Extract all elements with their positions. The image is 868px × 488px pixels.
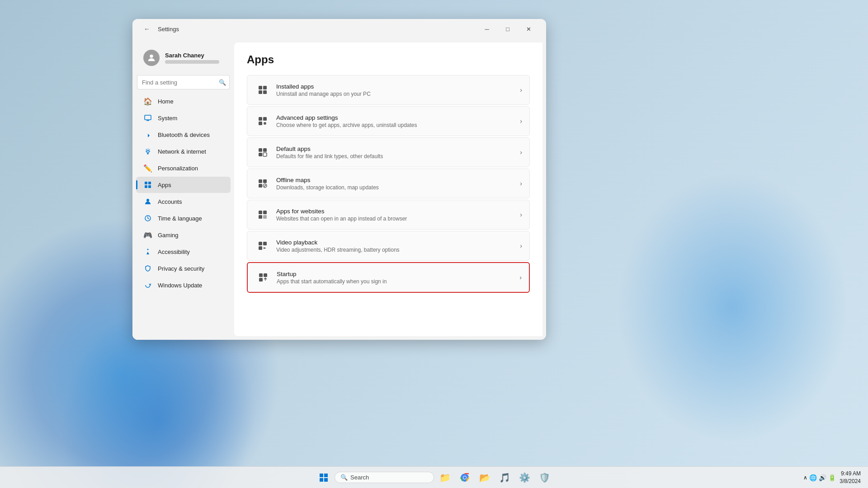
svg-rect-11 — [259, 86, 262, 89]
taskbar-right: ∧ 🌐 🔊 🔋 9:49 AM 3/8/2024 — [803, 470, 868, 485]
spotify-button[interactable]: 🎵 — [495, 469, 514, 487]
sidebar-item-label: Time & language — [158, 215, 202, 222]
installed-apps-title: Installed apps — [276, 83, 520, 90]
sidebar-item-time[interactable]: Time & language — [136, 210, 231, 226]
advanced-apps-text: Advanced app settings Choose where to ge… — [276, 114, 520, 128]
sidebar-item-label: Home — [158, 98, 174, 105]
svg-rect-21 — [259, 153, 262, 156]
sidebar-item-label: Bluetooth & devices — [158, 131, 210, 138]
svg-rect-34 — [259, 273, 263, 277]
settings-item-video-playback[interactable]: Video playback Video adjustments, HDR st… — [247, 231, 530, 261]
sidebar-nav: 🏠 Home System — [132, 93, 234, 293]
apps-websites-icon — [255, 206, 271, 223]
apps-icon — [143, 180, 152, 189]
svg-rect-4 — [145, 182, 147, 184]
search-input[interactable] — [137, 75, 230, 89]
title-bar: ← Settings ─ □ ✕ — [132, 19, 546, 39]
network-icon — [143, 147, 152, 156]
chevron-right-icon: › — [520, 117, 522, 125]
system-icon — [143, 113, 152, 122]
sidebar-item-label: Windows Update — [158, 282, 202, 289]
sound-tray-icon[interactable]: 🔊 — [819, 474, 826, 481]
settings-item-default-apps[interactable]: Default apps Defaults for file and link … — [247, 137, 530, 167]
sidebar-item-label: System — [158, 115, 177, 122]
settings-item-offline-maps[interactable]: Offline maps Downloads, storage location… — [247, 169, 530, 198]
window-controls: ─ □ ✕ — [476, 22, 539, 36]
maximize-button[interactable]: □ — [497, 22, 518, 36]
svg-rect-12 — [263, 86, 267, 89]
back-button[interactable]: ← — [140, 22, 154, 36]
installed-apps-icon — [255, 82, 271, 98]
svg-rect-38 — [324, 474, 328, 477]
svg-rect-7 — [148, 185, 151, 188]
taskbar-center: 🔍 Search 📁 📂 🎵 ⚙️ 🛡️ — [315, 469, 553, 487]
offline-maps-desc: Downloads, storage location, map updates — [276, 184, 520, 191]
content-area: Sarah Chaney 🔍 🏠 Home — [132, 39, 546, 340]
sidebar-item-gaming[interactable]: 🎮 Gaming — [136, 227, 231, 243]
sidebar-item-network[interactable]: Network & internet — [136, 143, 231, 160]
svg-rect-20 — [263, 148, 267, 152]
chrome-button[interactable] — [456, 469, 474, 487]
advanced-apps-desc: Choose where to get apps, archive apps, … — [276, 122, 520, 128]
system-tray: ∧ 🌐 🔊 🔋 — [803, 474, 836, 481]
privacy-icon — [143, 264, 152, 273]
accessibility-icon — [143, 247, 152, 256]
user-email — [165, 60, 219, 64]
chevron-right-icon: › — [520, 149, 522, 156]
svg-rect-33 — [259, 246, 262, 250]
settings-item-apps-websites[interactable]: Apps for websites Websites that can open… — [247, 200, 530, 230]
sidebar-item-windows-update[interactable]: Windows Update — [136, 277, 231, 293]
startup-icon — [255, 269, 271, 286]
svg-rect-27 — [259, 211, 262, 214]
offline-maps-title: Offline maps — [276, 177, 520, 183]
sidebar-item-home[interactable]: 🏠 Home — [136, 93, 231, 109]
tray-chevron[interactable]: ∧ — [803, 474, 807, 481]
shield-button[interactable]: 🛡️ — [535, 469, 553, 487]
svg-rect-6 — [145, 185, 147, 188]
sidebar-item-label: Gaming — [158, 232, 179, 239]
file-explorer-button[interactable]: 📁 — [436, 469, 454, 487]
taskbar-search[interactable]: 🔍 Search — [335, 472, 434, 483]
settings-taskbar-button[interactable]: ⚙️ — [515, 469, 533, 487]
svg-point-0 — [150, 55, 153, 58]
sidebar-item-accessibility[interactable]: Accessibility — [136, 244, 231, 260]
sidebar-item-privacy[interactable]: Privacy & security — [136, 260, 231, 277]
apps-websites-desc: Websites that can open in an app instead… — [276, 216, 520, 222]
svg-rect-15 — [259, 117, 262, 121]
sidebar-item-apps[interactable]: Apps — [136, 177, 231, 193]
user-profile[interactable]: Sarah Chaney — [136, 44, 231, 73]
video-playback-desc: Video adjustments, HDR streaming, batter… — [276, 247, 520, 253]
network-tray-icon[interactable]: 🌐 — [809, 474, 817, 481]
battery-tray-icon[interactable]: 🔋 — [828, 474, 836, 481]
start-button[interactable] — [315, 469, 333, 487]
svg-rect-2 — [146, 120, 149, 121]
close-button[interactable]: ✕ — [518, 22, 539, 36]
svg-rect-16 — [263, 117, 267, 121]
sidebar-item-bluetooth[interactable]: Bluetooth & devices — [136, 127, 231, 143]
sidebar-item-system[interactable]: System — [136, 110, 231, 126]
svg-rect-32 — [263, 242, 267, 245]
settings-list: Installed apps Uninstall and manage apps… — [247, 75, 530, 293]
minimize-button[interactable]: ─ — [476, 22, 497, 36]
svg-rect-35 — [264, 273, 267, 277]
settings-item-advanced-apps[interactable]: Advanced app settings Choose where to ge… — [247, 106, 530, 136]
svg-rect-29 — [259, 215, 262, 219]
settings-item-startup[interactable]: Startup Apps that start automatically wh… — [247, 262, 530, 293]
bluetooth-icon — [143, 130, 152, 139]
startup-text: Startup Apps that start automatically wh… — [277, 271, 519, 285]
svg-rect-17 — [259, 122, 262, 125]
svg-point-3 — [147, 153, 148, 154]
svg-rect-1 — [145, 115, 151, 120]
time-icon — [143, 214, 152, 223]
svg-rect-25 — [259, 184, 262, 188]
default-apps-title: Default apps — [276, 145, 520, 152]
video-playback-icon — [255, 238, 271, 254]
startup-desc: Apps that start automatically when you s… — [277, 278, 519, 285]
sidebar-item-personalization[interactable]: ✏️ Personalization — [136, 160, 231, 176]
search-label: Search — [350, 474, 369, 481]
video-playback-text: Video playback Video adjustments, HDR st… — [276, 239, 520, 253]
sidebar-item-accounts[interactable]: Accounts — [136, 193, 231, 210]
clock[interactable]: 9:49 AM 3/8/2024 — [840, 470, 861, 485]
files-button[interactable]: 📂 — [476, 469, 494, 487]
settings-item-installed-apps[interactable]: Installed apps Uninstall and manage apps… — [247, 75, 530, 105]
